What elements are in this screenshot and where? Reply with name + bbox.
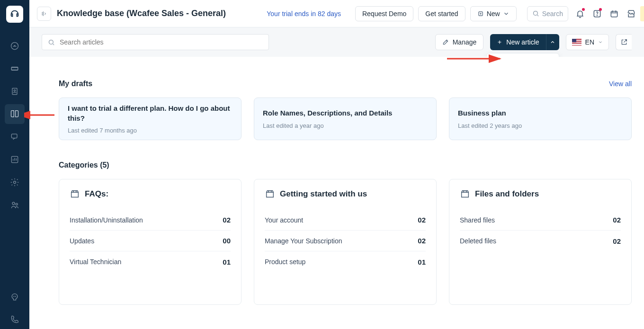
category-title[interactable]: Getting started with us [280,189,367,199]
draft-card[interactable]: Role Names, Descriptions, and Details La… [254,98,437,140]
folder-row[interactable]: Updates 00 [70,231,231,251]
category-card: Getting started with us Your account 02 … [254,179,437,305]
drafts-grid: I want to trial a different plan. How do… [59,98,632,140]
manage-button[interactable]: Manage [435,34,484,50]
request-demo-button[interactable]: Request Demo [355,6,413,21]
folder-row[interactable]: Shared files 02 [460,210,621,231]
global-search-placeholder: Search [542,10,563,18]
drafts-heading: My drafts [59,80,92,88]
svg-rect-5 [11,134,17,138]
draft-card[interactable]: I want to trial a different plan. How do… [59,98,242,140]
nav-chat[interactable] [5,127,25,147]
trial-link[interactable]: Your trial ends in 82 days [267,10,341,18]
draft-title: I want to trial a different plan. How do… [68,104,233,123]
nav-reports[interactable] [5,150,25,169]
svg-point-11 [15,296,16,297]
article-search[interactable] [42,34,269,50]
calendar-icon[interactable] [609,9,619,19]
categories-grid: FAQs: Installation/Uninstallation 02 Upd… [59,179,632,305]
draft-title: Business plan [458,108,623,118]
new-article-caret[interactable] [546,34,559,50]
new-button-label: New [487,10,500,18]
svg-point-10 [14,296,14,297]
new-button[interactable]: New [470,6,517,21]
chevron-down-icon [598,40,603,44]
open-portal-button[interactable] [616,34,632,50]
nav-phone[interactable] [5,309,25,329]
nav-knowledge-base[interactable] [5,104,25,124]
category-icon [70,189,80,199]
marketplace-icon[interactable] [626,9,636,19]
new-article-label: New article [506,38,539,46]
folder-name: Manage Your Subscription [265,237,342,245]
main-content: My drafts View all I want to trial a dif… [29,57,644,329]
category-card: Files and folders Shared files 02 Delete… [449,179,632,305]
folder-row[interactable]: Virtual Technician 01 [70,251,231,272]
draft-meta: Last edited a year ago [263,122,428,129]
nav-tickets[interactable] [5,59,25,79]
caret-up-icon [550,39,555,45]
folder-count: 02 [613,216,621,224]
draft-meta: Last edited 2 years ago [458,122,623,129]
nav-freddy[interactable] [5,287,25,307]
page-title: Knowledge base (Wcafee Sales - General) [57,9,226,18]
svg-point-9 [16,203,18,205]
nav-contacts[interactable] [5,81,25,101]
folder-row[interactable]: Product setup 01 [265,251,426,272]
nav-settings[interactable] [5,172,25,192]
folder-name: Installation/Uninstallation [70,216,143,224]
flag-us-icon [572,39,581,45]
folder-count: 02 [223,216,231,224]
folder-name: Product setup [265,258,305,266]
draft-title: Role Names, Descriptions, and Details [263,108,428,118]
folder-count: 02 [418,237,426,245]
get-started-button[interactable]: Get started [418,6,465,21]
folder-name: Updates [70,237,94,245]
search-icon [532,10,539,17]
collapse-toggle-icon[interactable] [37,7,51,21]
app-logo[interactable] [6,6,23,23]
svg-point-15 [597,15,598,15]
folder-count: 01 [223,258,231,266]
draft-card[interactable]: Business plan Last edited 2 years ago [449,98,632,140]
nav-dashboard[interactable] [5,36,25,56]
folder-name: Deleted files [460,237,496,245]
nav-team[interactable] [5,195,25,215]
sidebar [0,0,29,329]
folder-count: 02 [613,237,621,245]
svg-rect-16 [611,11,617,17]
topbar: Knowledge base (Wcafee Sales - General) … [29,0,644,27]
global-search[interactable]: Search [527,6,568,21]
folder-row[interactable]: Manage Your Subscription 02 [265,231,426,251]
toolbar: Manage New article New folder New catego… [29,27,644,57]
folder-count: 00 [223,237,231,245]
category-title[interactable]: Files and folders [475,189,539,199]
language-selector[interactable]: EN [566,34,609,50]
article-search-input[interactable] [60,38,263,46]
folder-name: Shared files [460,216,495,224]
folder-row[interactable]: Installation/Uninstallation 02 [70,210,231,231]
svg-point-13 [533,11,537,16]
avatar-strip[interactable] [640,6,644,21]
edit-icon [442,39,449,45]
new-article-button[interactable]: New article [490,34,546,50]
folder-name: Virtual Technician [70,258,121,266]
external-link-icon [620,38,628,46]
folder-row[interactable]: Deleted files 02 [460,231,621,251]
manage-button-label: Manage [453,38,477,46]
view-all-link[interactable]: View all [609,80,632,88]
category-title[interactable]: FAQs: [85,189,108,199]
new-article-group: New article New folder New category [490,34,559,50]
category-card: FAQs: Installation/Uninstallation 02 Upd… [59,179,242,305]
notifications-icon[interactable] [575,9,585,19]
svg-point-7 [14,181,16,184]
category-icon [460,189,470,199]
language-label: EN [585,38,594,46]
plus-icon [497,39,502,45]
svg-point-8 [12,202,15,205]
draft-meta: Last edited 7 months ago [68,127,233,134]
categories-heading: Categories (5) [59,161,632,169]
help-icon[interactable] [592,9,602,19]
folder-row[interactable]: Your account 02 [265,210,426,231]
category-icon [265,189,275,199]
